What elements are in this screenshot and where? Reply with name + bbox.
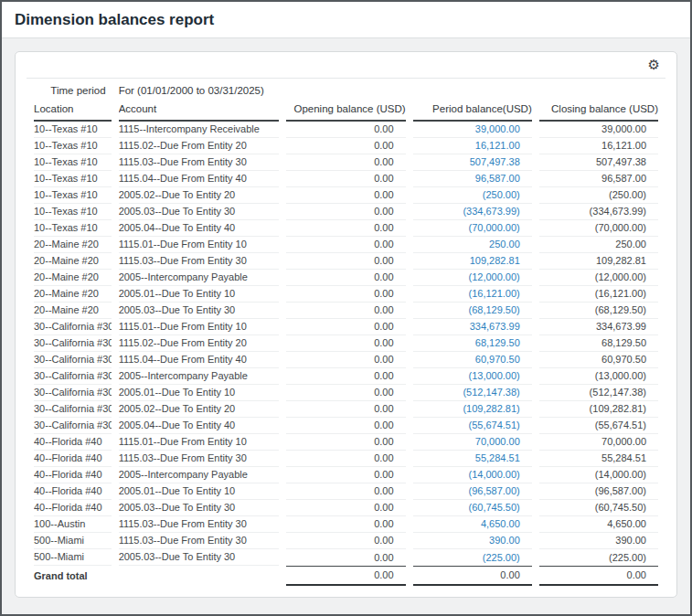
period-balance-link[interactable]: 16,121.00: [475, 140, 520, 151]
closing-balance-cell: 55,284.51: [539, 451, 658, 467]
period-balance-link[interactable]: 70,000.00: [475, 436, 520, 447]
period-balance-cell: 55,284.51: [413, 451, 532, 467]
period-balance-cell: 390.00: [413, 533, 532, 549]
balances-table: Time period For (01/01/2000 to 03/31/202…: [27, 80, 665, 586]
opening-balance-cell: 0.00: [286, 335, 405, 352]
location-cell: 100--Austin: [34, 516, 112, 533]
period-balance-link[interactable]: 55,284.51: [475, 452, 520, 463]
account-cell: 1115.04--Due From Entity 40: [119, 171, 280, 187]
location-cell: 30--California #30: [34, 335, 112, 352]
report-card: ⚙ Time period For (01/01/2000 to 03/31/2…: [15, 51, 677, 598]
period-balance-cell: (109,282.81): [413, 401, 532, 418]
period-balance-cell: 507,497.38: [413, 154, 532, 171]
table-row: 10--Texas #101115.03--Due From Entity 30…: [34, 154, 658, 171]
period-balance-link[interactable]: 250.00: [489, 239, 520, 250]
closing-balance-cell: (68,129.50): [539, 303, 658, 319]
period-balance-link[interactable]: (55,674.51): [469, 420, 520, 430]
table-row: 30--California #302005.04--Due To Entity…: [34, 418, 658, 434]
opening-balance-cell: 0.00: [286, 401, 405, 418]
opening-balance-cell: 0.00: [286, 319, 405, 335]
location-cell: 30--California #30: [34, 401, 112, 418]
column-header-opening-balance: Opening balance (USD): [286, 101, 405, 122]
account-cell: 1115.01--Due From Entity 10: [119, 237, 280, 253]
account-cell: 1115.03--Due From Entity 30: [119, 516, 280, 533]
location-cell: 10--Texas #10: [34, 138, 112, 154]
period-balance-link[interactable]: 109,282.81: [470, 255, 520, 266]
table-row: 20--Maine #202005.03--Due To Entity 300.…: [34, 303, 658, 319]
location-cell: 30--California #30: [34, 352, 112, 368]
opening-balance-cell: 0.00: [286, 434, 405, 451]
period-balance-link[interactable]: 334,673.99: [470, 321, 520, 332]
table-row: 20--Maine #202005.01--Due To Entity 100.…: [34, 286, 658, 303]
account-cell: 2005.01--Due To Entity 10: [119, 385, 280, 401]
table-row: 10--Texas #101115--Intercompany Receivab…: [34, 122, 658, 138]
period-balance-cell: (60,745.50): [413, 500, 532, 516]
location-cell: 500--Miami: [34, 549, 112, 566]
period-balance-link[interactable]: (60,745.50): [469, 502, 520, 513]
period-balance-link[interactable]: (96,587.00): [469, 485, 520, 496]
grand-total-spacer: [119, 566, 280, 586]
period-balance-link[interactable]: (70,000.00): [469, 222, 520, 233]
period-balance-link[interactable]: (13,000.00): [469, 370, 520, 381]
gear-icon: ⚙: [648, 57, 660, 73]
closing-balance-cell: (16,121.00): [539, 286, 658, 303]
settings-button[interactable]: ⚙: [648, 58, 660, 72]
table-row: 40--Florida #402005.01--Due To Entity 10…: [34, 483, 658, 500]
closing-balance-cell: 109,282.81: [539, 253, 658, 270]
period-balance-link[interactable]: (109,282.81): [463, 403, 519, 414]
grand-total-closing: 0.00: [539, 566, 658, 586]
account-cell: 2005--Intercompany Payable: [119, 467, 280, 483]
opening-balance-cell: 0.00: [286, 483, 405, 500]
period-balance-link[interactable]: (512,147.38): [463, 387, 519, 398]
period-balance-link[interactable]: 68,129.50: [475, 337, 520, 348]
opening-balance-cell: 0.00: [286, 352, 405, 368]
table-row: 20--Maine #202005--Intercompany Payable0…: [34, 270, 658, 286]
account-cell: 1115.01--Due From Entity 10: [119, 319, 280, 335]
period-balance-link[interactable]: (14,000.00): [469, 469, 520, 480]
opening-balance-cell: 0.00: [286, 516, 405, 533]
period-balance-cell: (225.00): [413, 549, 532, 566]
page-header: Dimension balances report: [2, 2, 690, 38]
column-header-account: Account: [119, 101, 280, 122]
period-balance-link[interactable]: (16,121.00): [469, 288, 520, 299]
table-row: 30--California #301115.01--Due From Enti…: [34, 319, 658, 335]
period-balance-link[interactable]: 507,497.38: [470, 156, 520, 167]
column-header-location: Location: [34, 101, 112, 122]
table-row: 30--California #302005.01--Due To Entity…: [34, 385, 658, 401]
period-balance-link[interactable]: (250.00): [483, 189, 520, 200]
opening-balance-cell: 0.00: [286, 549, 405, 566]
table-row: 10--Texas #101115.02--Due From Entity 20…: [34, 138, 658, 154]
account-cell: 2005.01--Due To Entity 10: [119, 286, 280, 303]
table-row: 10--Texas #102005.02--Due To Entity 200.…: [34, 187, 658, 204]
opening-balance-cell: 0.00: [286, 303, 405, 319]
location-cell: 30--California #30: [34, 385, 112, 401]
period-balance-cell: (68,129.50): [413, 303, 532, 319]
account-cell: 1115.02--Due From Entity 20: [119, 335, 280, 352]
opening-balance-cell: 0.00: [286, 451, 405, 467]
period-balance-cell: 250.00: [413, 237, 532, 253]
column-header-row: Location Account Opening balance (USD) P…: [34, 101, 658, 122]
report-window: Dimension balances report ⚙ Time: [0, 0, 692, 616]
period-balance-link[interactable]: 390.00: [489, 535, 520, 546]
closing-balance-cell: 334,673.99: [539, 319, 658, 335]
opening-balance-cell: 0.00: [286, 286, 405, 303]
period-balance-link[interactable]: 60,970.50: [475, 354, 520, 365]
table-row: 500--Miami1115.03--Due From Entity 300.0…: [34, 533, 658, 549]
period-balance-cell: (14,000.00): [413, 467, 532, 483]
period-balance-link[interactable]: (68,129.50): [469, 304, 520, 315]
period-balance-link[interactable]: 96,587.00: [475, 173, 520, 184]
period-balance-link[interactable]: 4,650.00: [481, 518, 520, 529]
grand-total-label: Grand total: [34, 566, 112, 586]
opening-balance-cell: 0.00: [286, 122, 405, 138]
period-balance-link[interactable]: (334,673.99): [463, 206, 519, 217]
location-cell: 10--Texas #10: [34, 154, 112, 171]
opening-balance-cell: 0.00: [286, 220, 405, 237]
period-balance-link[interactable]: (12,000.00): [469, 271, 520, 282]
location-cell: 20--Maine #20: [34, 303, 112, 319]
period-balance-link[interactable]: (225.00): [483, 552, 520, 563]
period-balance-link[interactable]: 39,000.00: [475, 123, 520, 134]
location-cell: 10--Texas #10: [34, 171, 112, 187]
period-balance-cell: 109,282.81: [413, 253, 532, 270]
period-balance-cell: (250.00): [413, 187, 532, 204]
account-cell: 1115--Intercompany Receivable: [119, 122, 280, 138]
